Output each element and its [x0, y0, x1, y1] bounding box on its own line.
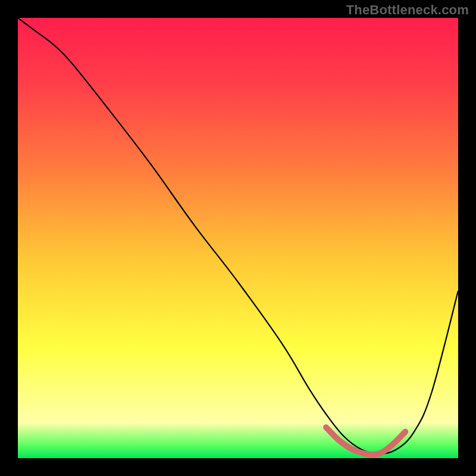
plot-area [18, 18, 458, 458]
chart-svg [18, 18, 458, 458]
gradient-background [18, 18, 458, 458]
watermark-text: TheBottleneck.com [346, 2, 469, 18]
chart-frame: TheBottleneck.com [0, 0, 476, 476]
